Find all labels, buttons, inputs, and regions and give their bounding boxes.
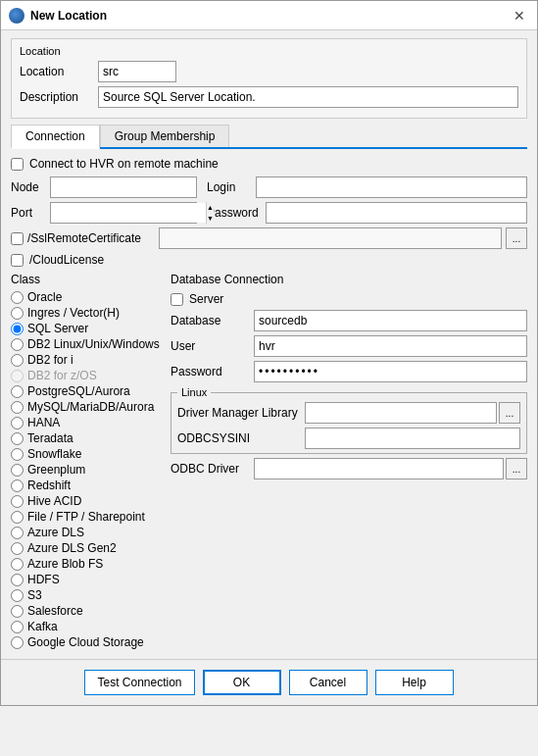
port-input[interactable]	[51, 203, 206, 223]
odbc-driver-browse-btn[interactable]: ...	[506, 458, 527, 479]
class-item[interactable]: PostgreSQL/Aurora	[11, 384, 163, 398]
class-radio-teradata[interactable]	[11, 432, 24, 445]
class-radio-gcs[interactable]	[11, 636, 24, 649]
class-radio-db2zos[interactable]	[11, 370, 24, 382]
class-label-file: File / FTP / Sharepoint	[27, 510, 145, 524]
password-input[interactable]	[254, 361, 527, 382]
class-radio-file[interactable]	[11, 511, 24, 524]
cancel-button[interactable]: Cancel	[289, 670, 367, 695]
port-spinners: ▲ ▼	[206, 202, 214, 224]
node-input[interactable]	[50, 176, 197, 198]
class-item[interactable]: MySQL/MariaDB/Aurora	[11, 400, 163, 414]
class-radio-hdfs[interactable]	[11, 574, 24, 586]
remote-checkbox-row: Connect to HVR on remote machine	[11, 157, 527, 171]
class-radio-s3[interactable]	[11, 589, 24, 602]
class-item[interactable]: Teradata	[11, 431, 163, 445]
class-item[interactable]: File / FTP / Sharepoint	[11, 510, 163, 524]
class-radio-greenplum[interactable]	[11, 464, 24, 477]
ssl-browse-btn[interactable]: ...	[506, 227, 527, 249]
class-label-mysql: MySQL/MariaDB/Aurora	[27, 400, 154, 414]
server-checkbox[interactable]	[171, 293, 183, 306]
class-radio-azureblobfs[interactable]	[11, 558, 24, 571]
class-item[interactable]: HANA	[11, 416, 163, 429]
class-radio-snowflake[interactable]	[11, 448, 24, 461]
class-item[interactable]: DB2 Linux/Unix/Windows	[11, 337, 163, 351]
class-item[interactable]: Redshift	[11, 479, 163, 492]
driver-manager-row: Driver Manager Library ...	[177, 402, 520, 424]
class-item[interactable]: Azure DLS	[11, 526, 163, 539]
class-item[interactable]: Salesforce	[11, 604, 163, 618]
class-label-hana: HANA	[27, 416, 60, 429]
ssl-label: /SslRemoteCertificate	[27, 231, 155, 245]
class-radio-sqlserver[interactable]	[11, 323, 24, 335]
node-login-row: Node Login	[11, 176, 527, 198]
class-radio-postgres[interactable]	[11, 385, 24, 398]
driver-manager-label: Driver Manager Library	[177, 406, 305, 420]
port-up-btn[interactable]: ▲	[207, 202, 214, 213]
ssl-checkbox[interactable]	[11, 232, 24, 245]
description-row: Description	[20, 86, 518, 108]
server-label: Server	[189, 292, 223, 306]
class-radio-azuredls[interactable]	[11, 527, 24, 539]
user-input[interactable]	[254, 335, 527, 357]
node-label: Node	[11, 180, 50, 194]
class-item[interactable]: HDFS	[11, 573, 163, 586]
class-label-kafka: Kafka	[27, 620, 58, 633]
password-top-input[interactable]	[266, 202, 527, 224]
tab-connection[interactable]: Connection	[11, 125, 100, 149]
class-radio-db2luw[interactable]	[11, 338, 24, 351]
login-input[interactable]	[256, 176, 527, 198]
class-item[interactable]: S3	[11, 588, 163, 602]
database-input[interactable]	[254, 310, 527, 331]
description-label: Description	[20, 90, 98, 104]
user-label: User	[171, 339, 254, 353]
connection-tab-content: Connect to HVR on remote machine Node Lo…	[11, 157, 527, 651]
ssl-input[interactable]	[159, 227, 502, 249]
cloud-checkbox[interactable]	[11, 254, 24, 267]
ok-button[interactable]: OK	[203, 670, 281, 695]
port-down-btn[interactable]: ▼	[207, 213, 214, 224]
class-radio-hiveacid[interactable]	[11, 495, 24, 508]
class-radio-hana[interactable]	[11, 417, 24, 429]
class-radio-kafka[interactable]	[11, 621, 24, 633]
class-radio-ingres[interactable]	[11, 307, 24, 320]
class-label-postgres: PostgreSQL/Aurora	[27, 384, 130, 398]
class-item[interactable]: Oracle	[11, 290, 163, 304]
class-label-gcs: Google Cloud Storage	[27, 635, 144, 649]
class-label-hdfs: HDFS	[27, 573, 60, 586]
class-item[interactable]: Snowflake	[11, 447, 163, 461]
class-item[interactable]: Google Cloud Storage	[11, 635, 163, 649]
class-item[interactable]: Ingres / Vector(H)	[11, 306, 163, 320]
class-radio-azuredlsgen2[interactable]	[11, 542, 24, 555]
class-radio-mysql[interactable]	[11, 401, 24, 414]
close-button[interactable]: ✕	[510, 6, 529, 25]
driver-manager-input[interactable]	[305, 402, 497, 424]
odbc-driver-input[interactable]	[254, 458, 504, 479]
tab-group-membership[interactable]: Group Membership	[100, 125, 230, 147]
class-radio-redshift[interactable]	[11, 479, 24, 492]
class-item[interactable]: Kafka	[11, 620, 163, 633]
class-item[interactable]: DB2 for i	[11, 353, 163, 367]
app-icon	[9, 8, 24, 24]
class-label-teradata: Teradata	[27, 431, 73, 445]
location-input[interactable]	[98, 61, 176, 82]
remote-checkbox[interactable]	[11, 158, 24, 171]
class-item[interactable]: Hive ACID	[11, 494, 163, 508]
class-label-salesforce: Salesforce	[27, 604, 83, 618]
driver-manager-browse-btn[interactable]: ...	[499, 402, 520, 424]
class-item[interactable]: DB2 for z/OS	[11, 369, 163, 382]
description-input[interactable]	[98, 86, 518, 108]
test-connection-button[interactable]: Test Connection	[84, 670, 194, 695]
class-item[interactable]: Greenplum	[11, 463, 163, 477]
odbc-sysini-input[interactable]	[305, 428, 520, 449]
class-radio-oracle[interactable]	[11, 291, 24, 304]
class-label-redshift: Redshift	[27, 479, 71, 492]
class-radio-db2i[interactable]	[11, 354, 24, 367]
location-row: Location	[20, 61, 518, 82]
class-item[interactable]: Azure DLS Gen2	[11, 541, 163, 555]
class-item[interactable]: Azure Blob FS	[11, 557, 163, 571]
class-item[interactable]: SQL Server	[11, 322, 163, 335]
help-button[interactable]: Help	[375, 670, 454, 695]
password-row: Password	[171, 361, 527, 382]
class-radio-salesforce[interactable]	[11, 605, 24, 618]
